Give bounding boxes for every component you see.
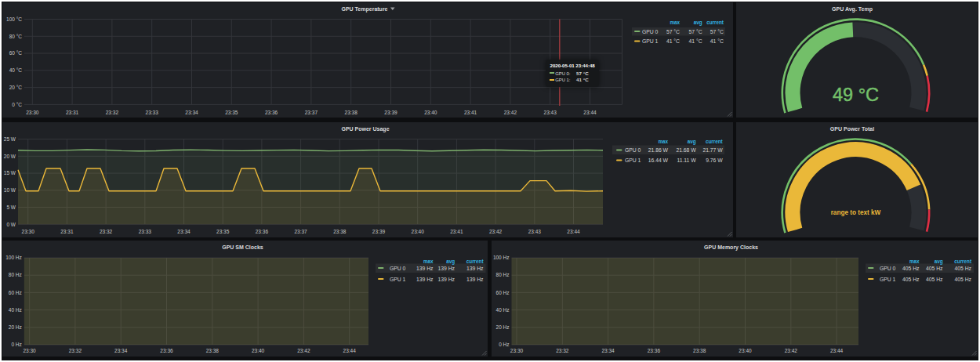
svg-text:GPU 1: GPU 1 [390, 277, 406, 282]
svg-text:range to text kW: range to text kW [831, 209, 881, 216]
svg-text:23:43: 23:43 [528, 229, 542, 234]
svg-text:57 °C: 57 °C [666, 29, 680, 34]
svg-text:15 W: 15 W [4, 170, 16, 176]
svg-text:0 °C: 0 °C [12, 102, 22, 107]
svg-text:avg: avg [446, 259, 455, 265]
svg-text:current: current [466, 259, 485, 264]
svg-text:21.77 W: 21.77 W [702, 147, 723, 153]
svg-text:23:33: 23:33 [146, 110, 159, 115]
svg-text:49 °C: 49 °C [833, 85, 879, 105]
svg-text:23:40: 23:40 [412, 229, 425, 234]
svg-text:139 Hz: 139 Hz [437, 277, 455, 282]
svg-text:GPU SM Clocks: GPU SM Clocks [222, 244, 263, 250]
svg-text:max: max [909, 259, 920, 264]
svg-text:40 Hz: 40 Hz [9, 307, 22, 313]
svg-text:23:34: 23:34 [177, 229, 191, 234]
svg-text:20 °C: 20 °C [9, 85, 23, 90]
svg-text:23:34: 23:34 [114, 348, 128, 353]
svg-text:GPU Temperature: GPU Temperature [342, 6, 388, 13]
svg-text:60 Hz: 60 Hz [9, 290, 22, 295]
svg-text:23:36: 23:36 [265, 110, 278, 115]
svg-text:23:35: 23:35 [216, 229, 230, 234]
svg-text:GPU 1: GPU 1 [625, 157, 641, 163]
svg-text:40 Hz: 40 Hz [496, 307, 510, 313]
svg-text:23:39: 23:39 [384, 110, 397, 115]
svg-text:23:37: 23:37 [305, 110, 318, 115]
svg-text:23:41: 23:41 [464, 110, 477, 115]
svg-text:139 Hz: 139 Hz [466, 277, 484, 282]
svg-text:60 Hz: 60 Hz [496, 290, 510, 295]
svg-text:100 °C: 100 °C [6, 16, 22, 22]
svg-text:GPU 0: GPU 0 [642, 29, 659, 34]
svg-text:16.44 W: 16.44 W [648, 157, 669, 163]
svg-text:57 °C: 57 °C [710, 29, 724, 34]
svg-text:23:44: 23:44 [830, 348, 844, 353]
svg-text:GPU Power Usage: GPU Power Usage [341, 126, 389, 132]
svg-text:40 °C: 40 °C [9, 67, 23, 73]
svg-text:current: current [706, 139, 724, 144]
svg-text:57 °C: 57 °C [689, 29, 702, 34]
svg-text:0 Hz: 0 Hz [499, 342, 509, 347]
svg-text:405 Hz: 405 Hz [926, 266, 943, 271]
svg-text:23:37: 23:37 [294, 229, 307, 234]
svg-text:GPU Avg. Temp: GPU Avg. Temp [832, 6, 873, 13]
svg-text:23:38: 23:38 [333, 229, 347, 234]
svg-text:80 Hz: 80 Hz [9, 272, 22, 277]
svg-text:0 W: 0 W [6, 222, 16, 227]
svg-text:23:33: 23:33 [139, 229, 152, 234]
svg-text:23:42: 23:42 [504, 110, 517, 115]
svg-text:20 Hz: 20 Hz [9, 324, 22, 330]
svg-text:80 °C: 80 °C [9, 34, 23, 39]
svg-text:23:32: 23:32 [556, 348, 569, 353]
svg-text:139 Hz: 139 Hz [416, 277, 434, 282]
svg-text:23:44: 23:44 [583, 110, 597, 115]
svg-text:max: max [423, 259, 434, 264]
svg-text:405 Hz: 405 Hz [954, 266, 971, 271]
svg-text:GPU 1: GPU 1 [880, 277, 896, 282]
svg-text:60 °C: 60 °C [9, 50, 23, 56]
svg-text:405 Hz: 405 Hz [926, 277, 943, 282]
svg-text:GPU 0: GPU 0 [390, 266, 406, 271]
svg-text:41 °C: 41 °C [666, 38, 680, 44]
svg-text:23:40: 23:40 [252, 348, 265, 353]
svg-text:405 Hz: 405 Hz [902, 266, 920, 271]
svg-text:23:32: 23:32 [106, 110, 119, 115]
svg-text:139 Hz: 139 Hz [437, 266, 455, 271]
svg-text:0 Hz: 0 Hz [11, 342, 21, 347]
svg-text:GPU Power Total: GPU Power Total [830, 126, 874, 132]
svg-text:23:34: 23:34 [601, 348, 615, 353]
svg-text:23:40: 23:40 [739, 348, 752, 353]
svg-text:current: current [954, 259, 972, 264]
svg-text:100 Hz: 100 Hz [493, 255, 510, 260]
svg-text:23:42: 23:42 [785, 348, 798, 353]
svg-text:23:44: 23:44 [343, 348, 357, 353]
svg-text:current: current [706, 20, 724, 25]
svg-text:20 W: 20 W [4, 154, 16, 159]
svg-text:23:41: 23:41 [450, 229, 463, 234]
svg-text:80 Hz: 80 Hz [496, 272, 510, 277]
svg-text:23:34: 23:34 [185, 110, 198, 115]
svg-text:139 Hz: 139 Hz [466, 266, 484, 271]
svg-text:5 W: 5 W [6, 205, 16, 210]
svg-text:139 Hz: 139 Hz [416, 266, 434, 271]
svg-text:21.86 W: 21.86 W [648, 147, 669, 153]
svg-text:21.68 W: 21.68 W [676, 147, 696, 153]
svg-text:avg: avg [688, 139, 696, 145]
svg-text:avg: avg [694, 20, 702, 26]
svg-text:9.76 W: 9.76 W [706, 157, 723, 163]
svg-text:25 W: 25 W [4, 136, 16, 142]
svg-text:23:31: 23:31 [60, 229, 74, 234]
svg-text:23:30: 23:30 [510, 348, 524, 353]
svg-text:avg: avg [935, 259, 943, 265]
svg-text:max: max [658, 139, 668, 144]
svg-text:100 Hz: 100 Hz [5, 255, 22, 260]
svg-text:23:38: 23:38 [345, 110, 358, 115]
svg-text:23:31: 23:31 [66, 110, 79, 115]
svg-text:23:36: 23:36 [160, 348, 173, 353]
svg-text:GPU Memory Clocks: GPU Memory Clocks [704, 244, 758, 251]
svg-text:11.11 W: 11.11 W [677, 157, 696, 163]
svg-text:GPU 0: GPU 0 [880, 266, 896, 271]
svg-text:max: max [670, 20, 680, 25]
svg-text:23:40: 23:40 [424, 110, 437, 115]
svg-text:41 °C: 41 °C [689, 38, 702, 44]
